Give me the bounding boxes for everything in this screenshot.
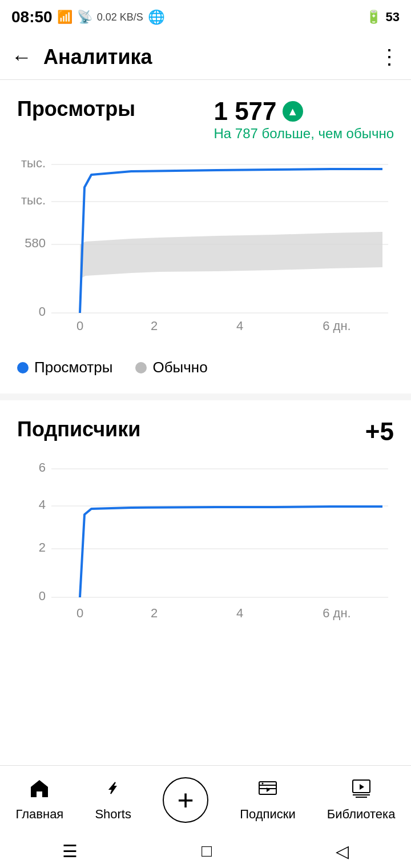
views-legend: Просмотры Обычно [17, 359, 394, 376]
back-button[interactable]: ← [11, 45, 32, 69]
svg-text:1,1 тыс.: 1,1 тыс. [17, 193, 46, 207]
svg-text:580: 580 [25, 236, 46, 250]
android-menu-btn[interactable]: ☰ [62, 841, 78, 861]
svg-marker-8 [80, 232, 382, 279]
time-display: 08:50 [11, 8, 53, 26]
shorts-label: Shorts [95, 807, 131, 822]
library-icon [351, 778, 372, 803]
subscribers-header: Подписчики +5 [17, 417, 394, 446]
svg-text:6 дн.: 6 дн. [323, 606, 350, 620]
svg-text:0: 0 [76, 319, 83, 333]
nav-library[interactable]: Библиотека [327, 778, 396, 822]
subscribers-chart: 6 4 2 0 0 2 4 6 дн. [17, 457, 394, 640]
nav-shorts[interactable]: Shorts [95, 778, 131, 822]
home-icon [29, 778, 50, 803]
views-dot [17, 362, 29, 373]
svg-point-26 [261, 783, 263, 785]
legend-usual-label: Обычно [152, 359, 207, 376]
svg-text:6 дн.: 6 дн. [323, 319, 350, 333]
status-bar: 08:50 📶 📡 0.02 KB/S 🌐 🔋 53 [0, 0, 411, 34]
android-nav: ☰ □ ◁ [0, 834, 411, 868]
svg-text:4: 4 [236, 319, 243, 333]
legend-usual: Обычно [135, 359, 207, 376]
subscribers-number: +5 [365, 417, 394, 446]
svg-text:6: 6 [39, 460, 46, 475]
wifi-icon: 📡 [77, 10, 92, 25]
data-speed: 0.02 KB/S [97, 11, 143, 23]
svg-text:0: 0 [76, 606, 83, 620]
svg-text:4: 4 [236, 606, 243, 620]
top-nav: ← Аналитика ⋮ [0, 34, 411, 80]
legend-views: Просмотры [17, 359, 112, 376]
signal-icon: 📶 [57, 10, 72, 25]
views-chart: 1,7 тыс. 1,1 тыс. 580 0 0 2 4 6 дн. [17, 153, 394, 347]
views-number: 1 577 ▲ [213, 97, 394, 126]
svg-text:0: 0 [39, 304, 46, 319]
main-content: Просмотры 1 577 ▲ На 787 больше, чем обы… [0, 80, 411, 640]
more-options-button[interactable]: ⋮ [379, 45, 400, 69]
subscribers-title: Подписчики [17, 417, 140, 441]
views-value-block: 1 577 ▲ На 787 больше, чем обычно [213, 97, 394, 142]
svg-text:2: 2 [151, 606, 158, 620]
add-button[interactable]: + [163, 777, 208, 823]
svg-text:1,7 тыс.: 1,7 тыс. [17, 156, 46, 170]
usual-dot [135, 362, 147, 373]
legend-views-label: Просмотры [34, 359, 112, 376]
nav-home[interactable]: Главная [16, 778, 64, 822]
android-home-btn[interactable]: □ [202, 841, 212, 861]
svg-text:2: 2 [39, 540, 46, 554]
views-title: Просмотры [17, 97, 135, 121]
svg-text:4: 4 [39, 497, 46, 512]
android-back-btn[interactable]: ◁ [336, 841, 349, 861]
battery-level: 53 [386, 10, 400, 25]
svg-text:2: 2 [151, 319, 158, 333]
status-bar-right: 🔋 53 [366, 10, 400, 25]
status-bar-left: 08:50 📶 📡 0.02 KB/S 🌐 [11, 8, 165, 26]
subscribers-value-block: +5 [365, 417, 394, 446]
shorts-icon [103, 778, 123, 803]
up-trend-icon: ▲ [283, 101, 303, 122]
subscribers-section: Подписчики +5 6 4 2 0 [17, 400, 394, 640]
chrome-icon: 🌐 [148, 9, 165, 25]
views-subtext: На 787 больше, чем обычно [213, 126, 394, 142]
subscribers-chart-svg: 6 4 2 0 0 2 4 6 дн. [17, 457, 394, 640]
nav-add[interactable]: + [163, 777, 208, 823]
library-label: Библиотека [327, 807, 396, 822]
nav-subscriptions[interactable]: Подписки [240, 778, 296, 822]
views-header: Просмотры 1 577 ▲ На 787 больше, чем обы… [17, 97, 394, 142]
battery-icon: 🔋 [366, 10, 381, 25]
page-title: Аналитика [43, 45, 379, 69]
subscriptions-label: Подписки [240, 807, 296, 822]
svg-text:0: 0 [39, 589, 46, 603]
section-divider [0, 393, 411, 400]
subscriptions-icon [257, 778, 278, 803]
home-label: Главная [16, 807, 64, 822]
views-chart-svg: 1,7 тыс. 1,1 тыс. 580 0 0 2 4 6 дн. [17, 153, 394, 347]
views-section: Просмотры 1 577 ▲ На 787 больше, чем обы… [17, 97, 394, 376]
bottom-nav: Главная Shorts + Подписки [0, 765, 411, 834]
